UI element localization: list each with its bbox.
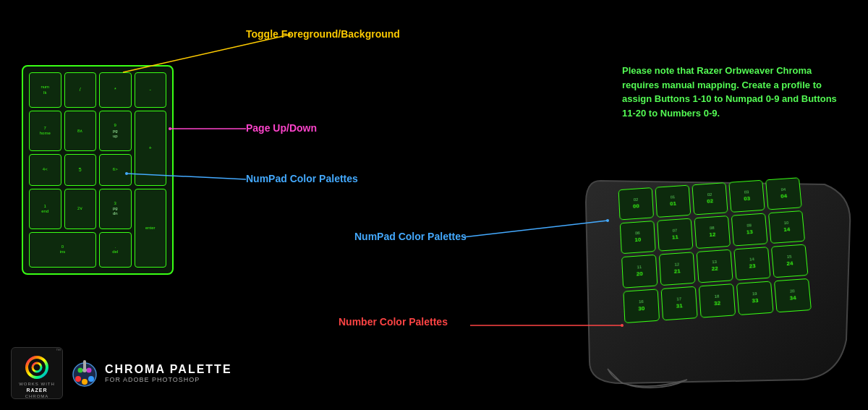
numpad-key-multiply: * — [99, 72, 132, 108]
svg-point-17 — [87, 368, 92, 373]
orb-key-12: 0812 — [694, 215, 731, 249]
numpad-key-9: 9pgup — [99, 111, 132, 151]
logos-area: ™ WORKS WITH RAZER CHROMA — [11, 347, 232, 399]
numpad-key-5: 5 — [64, 154, 97, 185]
orb-key-34: 2034 — [774, 278, 812, 312]
numpad-key-numlk: numlk — [29, 72, 61, 108]
orb-key-23: 1423 — [733, 247, 770, 281]
orb-key-11: 0711 — [657, 218, 693, 252]
numpad-key-1: 1end — [29, 189, 61, 229]
numpad-keyboard: numlk / * - 7home 8∧ 9pgup + 4< 5 6> 1en… — [22, 65, 174, 275]
numpad-palettes-left-label: NumPad Color Palettes — [246, 172, 358, 185]
orbweaver-keyboard: 0200 0101 0202 0303 0404 0610 0711 0812 … — [579, 166, 854, 390]
numpad-key-divide: / — [64, 72, 97, 108]
svg-point-14 — [82, 379, 88, 385]
razer-tm: ™ — [56, 348, 61, 353]
orb-key-03: 0303 — [728, 180, 765, 213]
numpad-key-6: 6> — [99, 154, 132, 185]
orb-key-32: 1832 — [699, 283, 736, 318]
orb-key-01: 0101 — [655, 185, 692, 218]
svg-point-19 — [82, 368, 87, 372]
toggle-fg-bg-label: Toggle Foreground/Background — [246, 27, 400, 40]
svg-point-10 — [27, 357, 47, 377]
svg-point-13 — [75, 376, 81, 382]
chroma-text: CHROMA PALETTE FOR ADOBE PHOTOSHOP — [105, 363, 232, 383]
razer-brand: RAZER — [26, 388, 47, 393]
svg-point-16 — [78, 368, 83, 373]
numpad-key-plus: + — [135, 111, 167, 185]
razer-logo: ™ WORKS WITH RAZER CHROMA — [11, 347, 63, 399]
orb-key-13: 0913 — [731, 213, 768, 247]
numpad-key-7: 7home — [29, 111, 61, 151]
razer-works-with: WORKS WITH — [19, 382, 55, 386]
svg-point-15 — [88, 376, 94, 382]
numpad-key-decimal: .del — [99, 232, 132, 268]
orb-key-33: 1933 — [736, 281, 774, 316]
orb-key-31: 1731 — [661, 286, 698, 321]
orb-key-22: 1322 — [697, 249, 733, 283]
page-up-down-label: Page Up/Down — [246, 121, 317, 134]
chroma-subtitle: FOR ADOBE PHOTOSHOP — [105, 376, 232, 383]
numpad-key-4: 4< — [29, 154, 61, 185]
razer-chroma-text: CHROMA — [25, 394, 49, 398]
numpad-key-3: 3pgdn — [99, 189, 132, 229]
numpad-palettes-right-label: NumPad Color Palettes — [354, 230, 467, 243]
chroma-title: CHROMA PALETTE — [105, 363, 232, 376]
chroma-palette-logo: CHROMA PALETTE FOR ADOBE PHOTOSHOP — [70, 359, 232, 388]
orb-key-30: 1630 — [623, 289, 660, 323]
orb-key-04: 0404 — [765, 177, 802, 210]
orb-key-24: 1524 — [771, 244, 809, 278]
number-palettes-label: Number Color Palettes — [339, 315, 448, 328]
orb-key-02: 0202 — [692, 182, 728, 215]
numpad-key-minus: - — [135, 72, 167, 108]
note-text: Please note that Razer Orbweaver Chroma … — [622, 64, 846, 120]
razer-icon — [24, 354, 50, 380]
orb-key-21: 1221 — [659, 252, 696, 286]
chroma-palette-icon — [70, 359, 99, 388]
orb-key-20: 1120 — [621, 255, 658, 289]
orb-key-10: 0610 — [620, 221, 656, 254]
orb-key-00: 0200 — [618, 187, 654, 220]
orb-key-14: 1014 — [768, 210, 805, 244]
svg-point-11 — [33, 363, 41, 372]
numpad-key-2: 2∨ — [64, 189, 97, 229]
numpad-key-enter: enter — [135, 189, 167, 268]
numpad-key-0: 0ins — [29, 232, 96, 268]
numpad-key-8: 8∧ — [64, 111, 97, 151]
